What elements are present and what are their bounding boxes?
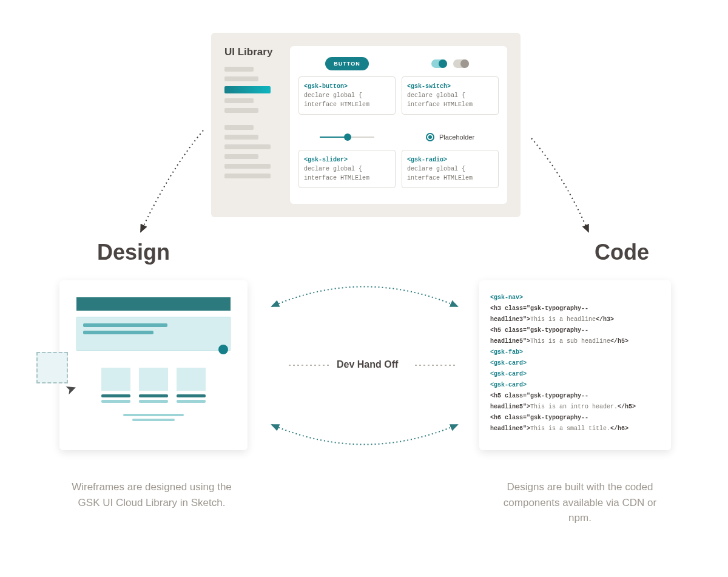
wireframe-fab-icon [218, 345, 228, 354]
wireframe-card-image [101, 368, 130, 391]
component-preview-switch [402, 55, 499, 73]
wireframe-card-image [139, 368, 168, 391]
sidebar-placeholder-bar [224, 125, 254, 130]
wireframe-card-line [101, 394, 130, 397]
code-line: headline6">This is a small title.</h6> [490, 423, 660, 434]
drag-component-box [36, 352, 68, 383]
wireframe-hero [76, 317, 231, 351]
radio-label: Placeholder [439, 133, 474, 141]
component-card: <gsk-slider> declare global { interface … [298, 150, 396, 188]
component-preview-button: BUTTON [298, 55, 396, 73]
component-code: interface HTMLElem [407, 100, 493, 109]
wireframe-card [139, 368, 168, 405]
code-caption: Designs are built with the coded compone… [495, 479, 665, 526]
component-code: declare global { [407, 91, 493, 100]
wireframe-card-line [177, 394, 206, 397]
code-line: <gsk-card> [490, 380, 660, 391]
component-code: declare global { [304, 91, 390, 100]
component-cell-switch: <gsk-switch> declare global { interface … [402, 55, 499, 122]
component-tag: <gsk-slider> [304, 155, 390, 164]
sidebar-placeholder-bar [224, 164, 271, 169]
slider-track-icon [320, 137, 374, 138]
ui-library-grid: BUTTON <gsk-button> declare global { int… [290, 46, 507, 204]
code-line: headline5">This is an intro header.</h5> [490, 402, 660, 413]
component-tag: <gsk-switch> [407, 82, 493, 91]
sidebar-placeholder-bar [224, 98, 254, 103]
design-caption: Wireframes are designed using the GSK UI… [67, 479, 237, 510]
ui-library-title: UI Library [224, 46, 279, 58]
code-line: <gsk-fab> [490, 347, 660, 358]
ui-library-panel: UI Library BUTTON <gsk-button> declare g… [211, 33, 521, 217]
wireframe-card-line [177, 400, 206, 403]
code-line: <h5 class="gsk-typography-- [490, 325, 660, 336]
sidebar-placeholder-bar [224, 154, 258, 159]
dev-handoff-label: Dev Hand Off [337, 359, 398, 370]
component-card: <gsk-button> declare global { interface … [298, 76, 396, 115]
component-code: interface HTMLElem [304, 100, 390, 109]
button-pill-icon: BUTTON [325, 57, 368, 70]
design-panel [59, 280, 248, 450]
arrow-design-code-top-icon [272, 287, 457, 307]
switch-off-icon [453, 59, 469, 68]
component-preview-radio: Placeholder [402, 128, 499, 146]
sidebar-placeholder-bar [224, 174, 271, 178]
wireframe-card-image [177, 368, 206, 391]
sidebar-placeholder-bar [224, 76, 258, 81]
code-line: <gsk-nav> [490, 292, 660, 303]
wireframe-card-line [101, 400, 130, 403]
code-line: <h3 class="gsk-typography-- [490, 303, 660, 314]
wireframe-footer-line [132, 419, 175, 421]
sidebar-placeholder-bar [224, 108, 258, 113]
wireframe-footer [76, 414, 231, 421]
component-card: <gsk-radio> declare global { interface H… [402, 150, 499, 188]
code-heading: Code [595, 240, 649, 265]
arrow-design-code-bottom-icon [272, 425, 457, 445]
sidebar-placeholder-bar [224, 144, 271, 149]
wireframe-card [101, 368, 130, 405]
ui-library-sidebar: UI Library [224, 46, 279, 204]
code-line: <h6 class="gsk-typography-- [490, 413, 660, 423]
sidebar-placeholder-bar [224, 67, 254, 72]
sidebar-placeholder-bar [224, 135, 258, 140]
component-code: declare global { [407, 164, 493, 174]
component-tag: <gsk-button> [304, 82, 390, 91]
code-line: <gsk-card> [490, 369, 660, 380]
code-line: headline3">This is a headline</h3> [490, 314, 660, 325]
component-tag: <gsk-radio> [407, 155, 493, 164]
component-cell-slider: <gsk-slider> declare global { interface … [298, 128, 396, 195]
component-cell-radio: Placeholder <gsk-radio> declare global {… [402, 128, 499, 195]
component-cell-button: BUTTON <gsk-button> declare global { int… [298, 55, 396, 122]
wireframe-card-line [139, 400, 168, 403]
switch-on-icon [431, 59, 447, 68]
slider-thumb-icon [344, 133, 351, 141]
wireframe-footer-line [123, 414, 184, 416]
wireframe-line [83, 323, 167, 327]
wireframe-card-line [139, 394, 168, 397]
radio-icon [426, 133, 434, 141]
component-code: interface HTMLElem [407, 174, 493, 183]
design-heading: Design [97, 240, 170, 265]
component-code: interface HTMLElem [304, 174, 390, 183]
component-preview-slider [298, 128, 396, 146]
code-line: <h5 class="gsk-typography-- [490, 391, 660, 402]
component-card: <gsk-switch> declare global { interface … [402, 76, 499, 115]
code-line: headline5">This is a sub headline</h5> [490, 336, 660, 347]
arrow-uilib-to-design-icon [141, 130, 203, 232]
code-panel: <gsk-nav><h3 class="gsk-typography--head… [479, 280, 671, 450]
arrow-uilib-to-code-icon [531, 138, 588, 232]
wireframe-card [177, 368, 206, 405]
wireframe-line [83, 331, 153, 334]
code-line: <gsk-card> [490, 358, 660, 369]
wireframe-nav [76, 297, 231, 311]
component-code: declare global { [304, 164, 390, 174]
wireframe-cards-row [76, 368, 231, 405]
sidebar-active-bar [224, 86, 271, 93]
